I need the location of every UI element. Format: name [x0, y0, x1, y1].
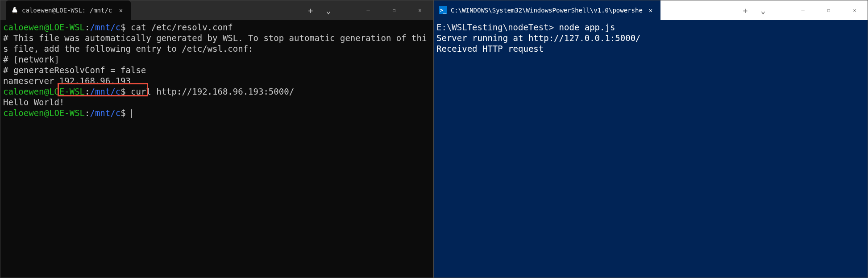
prompt-user: caloewen@LOE-WSL — [3, 108, 85, 118]
tab-wsl[interactable]: caloewen@LOE-WSL: /mnt/c ✕ — [6, 0, 131, 20]
terminal-body-powershell[interactable]: E:\WSLTesting\nodeTest> node app.js Serv… — [434, 20, 868, 278]
prompt-colon: : — [85, 87, 90, 96]
prompt-path: /mnt/c — [90, 22, 120, 32]
prompt-path-ps: E:\WSLTesting\nodeTest> — [436, 22, 554, 32]
tab-title-wsl: caloewen@LOE-WSL: /mnt/c — [22, 7, 112, 14]
svg-point-1 — [15, 8, 16, 8]
window-controls-left: ─ ☐ ✕ — [355, 0, 433, 20]
output-comment-1: # This file was automatically generated … — [3, 33, 427, 54]
command-curl: curl http://192.168.96.193:5000/ — [126, 87, 295, 96]
terminal-body-wsl[interactable]: caloewen@LOE-WSL:/mnt/c$ cat /etc/resolv… — [0, 20, 433, 278]
output-comment-2: # [network] — [3, 54, 59, 64]
titlebar-controls-right: + ⌄ ─ ☐ ✕ — [736, 0, 868, 20]
close-button-left[interactable]: ✕ — [407, 0, 433, 20]
prompt-path: /mnt/c — [90, 87, 120, 96]
terminal-window-wsl: caloewen@LOE-WSL: /mnt/c ✕ + ⌄ ─ ☐ ✕ cal… — [0, 0, 433, 278]
tab-close-powershell[interactable]: ✕ — [646, 6, 655, 15]
output-hello: Hello World! — [3, 97, 64, 107]
dropdown-button-right[interactable]: ⌄ — [754, 0, 772, 20]
terminal-window-powershell: >_ C:\WINDOWS\System32\WindowsPowerShell… — [433, 0, 868, 278]
output-server-running: Server running at http://127.0.0.1:5000/ — [436, 33, 641, 43]
minimize-button-left[interactable]: ─ — [355, 0, 381, 20]
powershell-icon: >_ — [439, 6, 447, 14]
command-cat: cat /etc/resolv.conf — [126, 22, 233, 32]
command-node: node app.js — [554, 22, 615, 32]
new-tab-button-left[interactable]: + — [302, 0, 320, 20]
prompt-dollar: $ — [120, 87, 125, 96]
prompt-user: caloewen@LOE-WSL — [3, 22, 85, 32]
close-button-right[interactable]: ✕ — [842, 0, 868, 20]
prompt-dollar: $ — [120, 108, 125, 118]
tab-close-wsl[interactable]: ✕ — [116, 6, 125, 15]
prompt-colon: : — [85, 22, 90, 32]
prompt-colon: : — [85, 108, 90, 118]
prompt-dollar: $ — [120, 22, 125, 32]
new-tab-button-right[interactable]: + — [736, 0, 754, 20]
maximize-button-right[interactable]: ☐ — [816, 0, 842, 20]
output-nameserver-prefix: nameserver — [3, 76, 59, 86]
titlebar-left[interactable]: caloewen@LOE-WSL: /mnt/c ✕ + ⌄ ─ ☐ ✕ — [0, 0, 433, 20]
output-received-request: Received HTTP request — [436, 44, 544, 54]
prompt-user: caloewen@LOE-WSL — [3, 87, 85, 96]
svg-point-0 — [14, 8, 14, 8]
dropdown-button-left[interactable]: ⌄ — [320, 0, 337, 20]
cursor — [131, 109, 132, 118]
maximize-button-left[interactable]: ☐ — [381, 0, 407, 20]
output-nameserver-ip: 192.168.96.193 — [59, 76, 131, 86]
tab-title-powershell: C:\WINDOWS\System32\WindowsPowerShell\v1… — [451, 7, 643, 14]
prompt-path: /mnt/c — [90, 108, 120, 118]
window-controls-right: ─ ☐ ✕ — [790, 0, 868, 20]
titlebar-controls-left: + ⌄ ─ ☐ ✕ — [302, 0, 433, 20]
tab-powershell[interactable]: >_ C:\WINDOWS\System32\WindowsPowerShell… — [434, 0, 660, 20]
tux-icon — [11, 7, 18, 14]
output-comment-3: # generateResolvConf = false — [3, 65, 146, 75]
minimize-button-right[interactable]: ─ — [790, 0, 816, 20]
titlebar-right[interactable]: >_ C:\WINDOWS\System32\WindowsPowerShell… — [434, 0, 868, 20]
